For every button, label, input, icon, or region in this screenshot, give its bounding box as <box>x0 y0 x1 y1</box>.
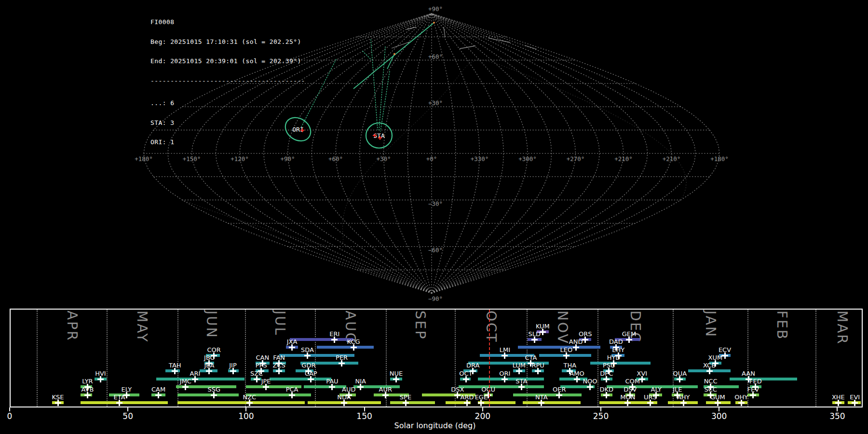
app-root: +90°+60°+30°−30°−60°−90°+180°+150°+120°+… <box>0 0 868 434</box>
shower-label-HYD: HYD <box>597 354 631 361</box>
shower-label-XCB: XCB <box>692 362 726 369</box>
shower-label-ECV: ECV <box>708 346 742 353</box>
month-label-SEP: SEP <box>412 311 428 340</box>
shower-label-SPE: SPE <box>389 393 422 401</box>
shower-meteor-track <box>371 40 378 130</box>
axis-tick-250 <box>600 407 601 411</box>
axis-tick-50 <box>127 407 128 411</box>
map-longitude-label: +30° <box>376 155 391 163</box>
month-separator-MAY <box>107 310 108 407</box>
axis-tick-label-250: 250 <box>586 411 615 421</box>
month-separator-APR <box>37 310 38 407</box>
shower-label-NDA: NDA <box>327 393 361 401</box>
current-solar-longitude-line <box>489 310 490 407</box>
observation-info: FI0008 Beg: 20251015 17:10:31 (sol = 202… <box>150 6 305 159</box>
map-longitude-label: +180° <box>710 155 729 163</box>
sky-map: +90°+60°+30°−30°−60°−90°+180°+150°+120°+… <box>0 0 868 309</box>
shower-label-AUD: AUD <box>332 386 366 393</box>
shower-label-NOO: NOO <box>573 378 607 385</box>
shower-bar-KCG <box>317 346 374 349</box>
map-longitude-label: +210° <box>614 155 633 163</box>
shower-bar-NTA <box>523 401 581 404</box>
shower-bar-MON <box>599 401 644 404</box>
shower-bar-ETA <box>81 401 168 404</box>
meteor-begin-point <box>433 22 435 24</box>
shower-label-LMI: LMI <box>488 346 522 353</box>
shower-meteor-track <box>379 47 385 130</box>
sporadic-meteor-track <box>525 45 537 49</box>
x-axis-title: Solar longitude (deg) <box>377 421 493 430</box>
axis-tick-label-50: 50 <box>113 411 142 421</box>
map-longitude-label: +210° <box>663 155 681 163</box>
map-longitude-label: +330° <box>471 155 489 163</box>
map-latitude-label: −30° <box>428 200 443 207</box>
info-sta-count: STA: 3 <box>150 120 305 126</box>
axis-tick-300 <box>719 407 719 411</box>
axis-tick-350 <box>837 407 838 411</box>
shower-label-AAN: AAN <box>732 370 765 377</box>
map-longitude-label: +60° <box>328 155 343 163</box>
shower-label-NTA: NTA <box>525 393 558 401</box>
axis-tick-150 <box>364 407 365 411</box>
shower-label-ARI: ARI <box>178 370 212 377</box>
shower-label-ZCS: ZCS <box>262 362 296 369</box>
shower-label-JBC: JBC <box>192 354 226 361</box>
shower-label-URS: URS <box>634 393 667 401</box>
shower-label-OER: OER <box>542 386 576 393</box>
axis-tick-100 <box>245 407 246 411</box>
shower-label-OHY: OHY <box>724 393 758 401</box>
info-end-time: End: 20251015 20:39:01 (sol = 202.39°) <box>150 58 305 65</box>
shower-label-SZC: SZC <box>240 370 273 377</box>
shower-label-GDR: GDR <box>292 362 326 369</box>
shower-label-AND: AND <box>559 338 593 345</box>
axis-tick-label-0: 0 <box>0 411 24 421</box>
shower-label-DAD: DAD <box>599 338 633 345</box>
month-label-JAN: JAN <box>703 311 719 338</box>
shower-meteor-track <box>380 71 390 131</box>
month-label-MAY: MAY <box>134 311 150 343</box>
shower-label-JMC: JMC <box>169 378 203 385</box>
shower-label-SCC: SCC <box>694 386 728 393</box>
shower-label-ORS: ORS <box>569 330 602 338</box>
shower-label-COR: COR <box>197 346 231 353</box>
shower-label-PER: PER <box>325 354 359 361</box>
shower-label-CAP: CAP <box>294 370 328 377</box>
map-latitude-label: +90° <box>428 5 443 13</box>
shower-label-ERI: ERI <box>318 330 352 338</box>
month-separator-MAR <box>815 310 816 407</box>
map-grid-meridian <box>360 14 432 293</box>
month-label-APR: APR <box>64 311 80 342</box>
shower-label-SDA: SDA <box>291 346 325 353</box>
month-label-MAR: MAR <box>834 311 850 345</box>
shower-label-GEM: GEM <box>612 330 646 338</box>
month-label-JUN: JUN <box>203 311 219 339</box>
shower-label-EVI: EVI <box>838 393 863 401</box>
axis-tick-200 <box>482 407 483 411</box>
shower-label-FEV: FEV <box>736 386 770 393</box>
shower-label-NZC: NZC <box>232 393 266 401</box>
info-separator: --------------------------------------- <box>150 78 305 84</box>
shower-label-OCT: OCT <box>449 370 483 377</box>
shower-bar-NZC <box>177 401 305 404</box>
shower-label-JLE: JLE <box>661 386 694 393</box>
shower-label-NIA: NIA <box>344 378 378 385</box>
shower-label-JXA: JXA <box>275 338 309 345</box>
month-label-JUL: JUL <box>272 311 288 336</box>
shower-label-QUA: QUA <box>663 370 697 377</box>
shower-label-NUE: NUE <box>379 370 413 377</box>
shower-bar-SPE <box>390 401 435 404</box>
shower-label-CAM: CAM <box>142 386 176 393</box>
month-separator-JUN <box>177 310 178 407</box>
shower-label-THA: THA <box>553 362 587 369</box>
shower-label-LEO: LEO <box>549 346 583 353</box>
shower-label-DPC: DPC <box>590 370 624 377</box>
shower-label-AMO: AMO <box>560 370 594 377</box>
shower-label-JPE: JPE <box>249 378 283 385</box>
map-longitude-label: +0° <box>426 155 437 163</box>
shower-label-HVI: HVI <box>83 370 117 377</box>
month-label-FEB: FEB <box>774 311 790 340</box>
axis-tick-label-100: 100 <box>231 411 260 421</box>
shower-label-STA: STA <box>504 378 538 385</box>
shower-label-TAH: TAH <box>158 362 192 369</box>
shower-label-RPU: RPU <box>521 362 555 369</box>
